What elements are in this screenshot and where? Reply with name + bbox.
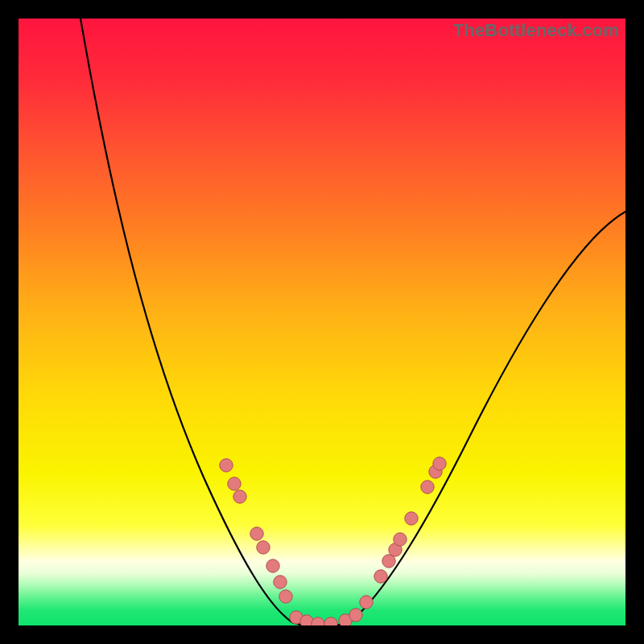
sample-dot: [324, 617, 337, 625]
sample-dot: [433, 457, 446, 470]
sample-dot: [279, 590, 292, 603]
sample-dot: [405, 512, 418, 525]
sample-dot: [394, 533, 407, 546]
sample-dot: [274, 576, 287, 588]
bottleneck-curve: [80, 19, 625, 625]
chart-area: TheBottleneck.com: [19, 19, 625, 625]
sample-dot: [360, 596, 373, 609]
sample-dot: [233, 490, 246, 503]
sample-dot: [257, 541, 270, 554]
chart-overlay: [19, 19, 625, 625]
sample-dot: [312, 617, 324, 625]
sample-dot: [250, 527, 263, 540]
sample-dot: [228, 477, 241, 490]
sample-dot: [220, 459, 233, 472]
sample-dot: [349, 609, 362, 621]
sample-dot: [374, 570, 387, 583]
sample-dot: [266, 559, 279, 572]
sample-dot: [421, 481, 434, 493]
watermark-text: TheBottleneck.com: [453, 20, 619, 41]
curve-segment-left: [80, 19, 300, 625]
